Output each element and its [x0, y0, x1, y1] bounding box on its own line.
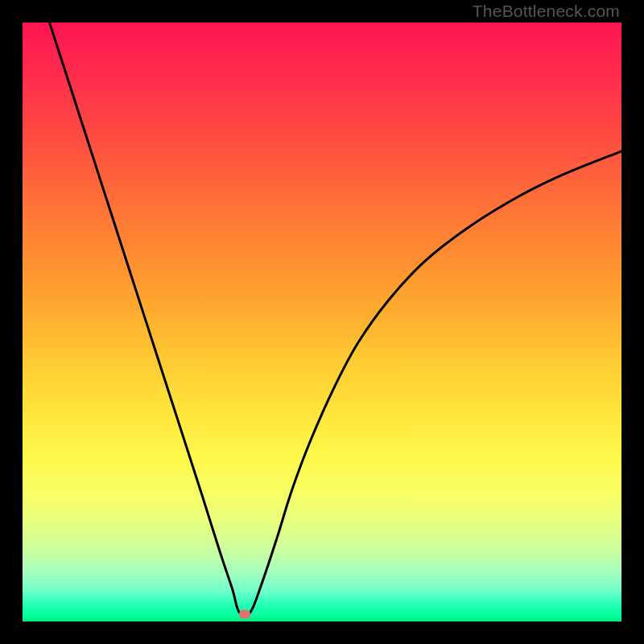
bottleneck-curve — [49, 23, 621, 616]
curve-svg — [23, 23, 621, 621]
watermark-text: TheBottleneck.com — [473, 2, 620, 21]
chart-frame: TheBottleneck.com — [0, 0, 644, 644]
plot-area — [23, 23, 621, 621]
optimum-marker — [239, 610, 250, 619]
